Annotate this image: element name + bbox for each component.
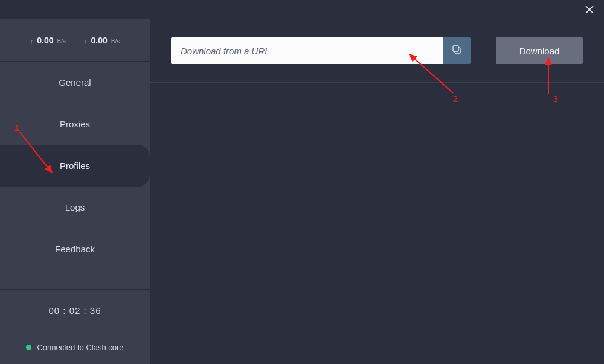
close-icon[interactable] bbox=[582, 2, 597, 17]
connection-status: Connected to Clash core bbox=[0, 331, 150, 364]
uptime-display: 00 : 02 : 36 bbox=[0, 289, 150, 331]
main-content: Download bbox=[150, 19, 604, 364]
url-row: Download bbox=[171, 37, 583, 64]
sidebar-item-general[interactable]: General bbox=[0, 62, 150, 103]
sidebar-item-label: Profiles bbox=[60, 161, 90, 171]
url-input-wrap bbox=[171, 37, 471, 64]
status-dot-icon bbox=[26, 345, 31, 350]
svg-rect-3 bbox=[453, 46, 458, 51]
content-divider bbox=[150, 82, 604, 83]
paste-button[interactable] bbox=[443, 37, 471, 64]
sidebar-item-profiles[interactable]: Profiles bbox=[0, 145, 150, 187]
upload-arrow-icon: ↑ bbox=[30, 37, 34, 45]
uptime-value: 00 : 02 : 36 bbox=[48, 305, 101, 316]
sidebar-item-label: General bbox=[59, 77, 91, 88]
upload-value: 0.00 bbox=[37, 36, 53, 45]
sidebar-item-label: Proxies bbox=[60, 119, 90, 129]
status-text: Connected to Clash core bbox=[37, 343, 123, 352]
download-value: 0.00 bbox=[91, 36, 108, 45]
titlebar bbox=[0, 0, 604, 19]
upload-stat: ↑ 0.00 B/s bbox=[30, 36, 66, 45]
download-button-label: Download bbox=[519, 46, 560, 56]
sidebar: ↑ 0.00 B/s ↓ 0.00 B/s General Proxies Pr… bbox=[0, 19, 150, 364]
sidebar-item-proxies[interactable]: Proxies bbox=[0, 103, 150, 145]
network-stats: ↑ 0.00 B/s ↓ 0.00 B/s bbox=[0, 19, 150, 62]
sidebar-item-feedback[interactable]: Feedback bbox=[0, 228, 150, 270]
sidebar-nav: General Proxies Profiles Logs Feedback bbox=[0, 62, 150, 289]
url-input[interactable] bbox=[171, 37, 443, 64]
download-arrow-icon: ↓ bbox=[84, 37, 88, 45]
download-unit: B/s bbox=[111, 38, 120, 45]
download-button[interactable]: Download bbox=[496, 37, 583, 64]
sidebar-item-label: Feedback bbox=[55, 244, 95, 254]
sidebar-item-label: Logs bbox=[65, 202, 85, 212]
download-stat: ↓ 0.00 B/s bbox=[84, 36, 120, 45]
copy-icon bbox=[451, 44, 462, 57]
upload-unit: B/s bbox=[57, 38, 66, 45]
sidebar-item-logs[interactable]: Logs bbox=[0, 187, 150, 228]
